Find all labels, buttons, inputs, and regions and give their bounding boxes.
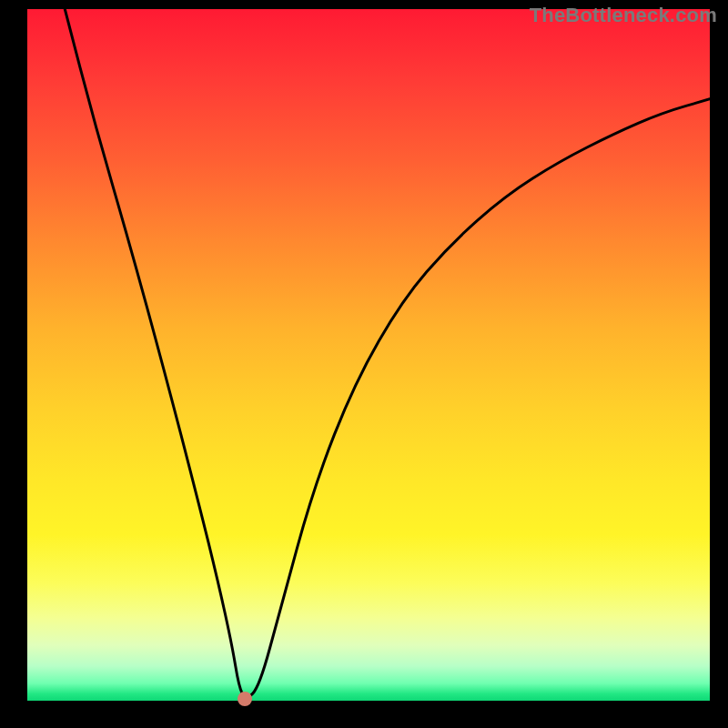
chart-canvas: TheBottleneck.com	[0, 0, 728, 728]
plot-area	[27, 9, 710, 701]
watermark-text: TheBottleneck.com	[530, 4, 717, 27]
bottleneck-curve	[65, 9, 710, 697]
optimum-marker	[238, 692, 252, 706]
curve-svg	[27, 9, 710, 701]
